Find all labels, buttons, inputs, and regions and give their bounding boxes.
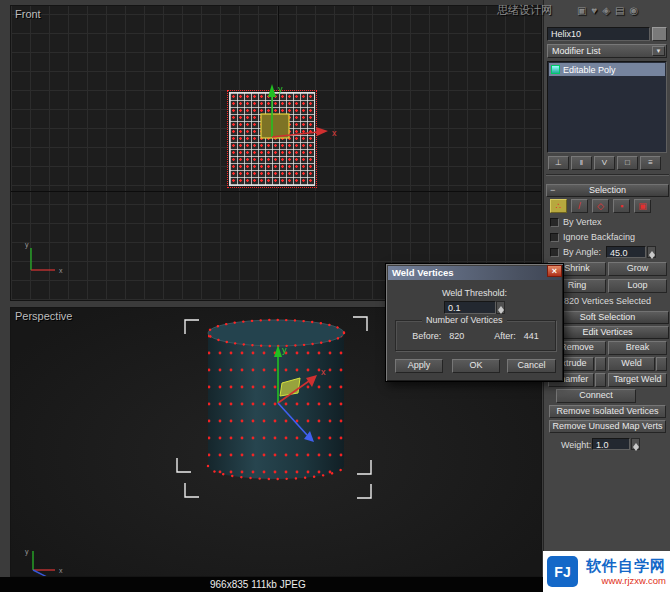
x-axis-label: x — [332, 128, 337, 138]
x-axis-label: x — [321, 367, 326, 377]
front-transform-gizmo[interactable]: y x — [211, 64, 361, 204]
before-value: 820 — [449, 331, 464, 341]
y-axis-label: y — [282, 345, 287, 355]
stack-item-label: Editable Poly — [563, 65, 616, 75]
selection-rollout-title: Selection — [589, 185, 626, 195]
gizmo-x-arrowhead — [316, 127, 328, 136]
by-vertex-checkbox-row[interactable]: By Vertex — [550, 217, 602, 227]
dialog-title-bar[interactable]: Weld Vertices — [388, 266, 561, 280]
after-value: 441 — [524, 331, 539, 341]
by-angle-spinner[interactable] — [647, 246, 656, 258]
object-color-swatch[interactable] — [652, 27, 667, 41]
logo-url-text: www.rjzxw.com — [602, 575, 666, 586]
watermark-icons: ▣♥◈▤◉ — [577, 5, 643, 16]
application-window: Front y x y x Perspective — [0, 0, 670, 592]
ignore-backfacing-checkbox-row[interactable]: Ignore Backfacing — [550, 232, 635, 242]
connect-button[interactable]: Connect — [556, 389, 636, 403]
element-mode-icon[interactable]: ▣ — [634, 199, 651, 213]
gizmo-y-arrowhead — [268, 84, 276, 97]
soft-selection-rollout-header[interactable]: + Soft Selection — [546, 311, 669, 324]
apply-button[interactable]: Apply — [395, 359, 443, 373]
modifier-list-label: Modifier List — [552, 46, 601, 56]
weight-spinner[interactable] — [631, 438, 640, 450]
polygon-mode-icon[interactable]: ▪ — [613, 199, 630, 213]
weight-label: Weight: — [561, 440, 591, 450]
object-name-field[interactable]: Helix10 — [547, 27, 650, 41]
cancel-button[interactable]: Cancel — [507, 359, 556, 373]
cylinder-object: y x — [171, 311, 401, 511]
tripod-y-label: y — [25, 548, 29, 556]
y-axis-label: y — [278, 84, 283, 94]
watermark-site-text: 思绪设计网 — [497, 3, 552, 18]
number-of-vertices-group: Number of Vertices Before: 820 After: 44… — [395, 320, 556, 351]
target-weld-button[interactable]: Target Weld — [608, 373, 667, 387]
edge-mode-icon[interactable]: / — [571, 199, 588, 213]
ok-button[interactable]: OK — [452, 359, 500, 373]
after-label: After: — [494, 331, 516, 341]
cylinder-cap — [208, 320, 344, 346]
status-bar: 966x835 111kb JPEG — [0, 577, 543, 592]
extrude-settings-button[interactable] — [595, 357, 606, 371]
front-axis-tripod: y x — [21, 238, 71, 283]
remove-modifier-button[interactable]: □ — [617, 156, 638, 170]
dialog-title: Weld Vertices — [392, 267, 454, 278]
group-title: Number of Vertices — [422, 315, 507, 325]
modifier-list-dropdown[interactable]: Modifier List ▼ — [547, 44, 667, 58]
selection-rollout-header[interactable]: − Selection — [546, 184, 669, 197]
collapse-icon: − — [550, 185, 555, 196]
watermark-diamond-icon: ◈ — [602, 5, 615, 16]
panel-divider — [546, 174, 669, 176]
stack-item-editable-poly[interactable]: Editable Poly — [549, 63, 665, 76]
grow-button[interactable]: Grow — [608, 262, 667, 276]
make-unique-button[interactable]: V — [594, 156, 615, 170]
front-viewport-label[interactable]: Front — [15, 8, 41, 20]
chevron-down-icon: ▼ — [652, 46, 665, 56]
remove-isolated-vertices-button[interactable]: Remove Isolated Vertices — [549, 405, 666, 418]
gizmo-plane-handle[interactable] — [261, 114, 289, 138]
by-angle-label: By Angle: — [563, 247, 601, 257]
image-info-text: 966x835 111kb JPEG — [210, 579, 306, 590]
perspective-viewport-label[interactable]: Perspective — [15, 310, 72, 322]
weight-value-field[interactable]: 1.0 — [592, 438, 630, 450]
weld-vertices-dialog: Weld Vertices × Weld Threshold: 0.1 Numb… — [385, 263, 564, 382]
weld-threshold-field[interactable]: 0.1 — [444, 301, 496, 314]
tripod-x-label: x — [59, 567, 63, 574]
by-vertex-label: By Vertex — [563, 217, 602, 227]
modifier-stack[interactable]: Editable Poly — [547, 61, 667, 153]
by-angle-checkbox[interactable] — [550, 248, 559, 257]
ignore-backfacing-label: Ignore Backfacing — [563, 232, 635, 242]
weld-threshold-label: Weld Threshold: — [386, 288, 563, 298]
logo-mark-icon: FJ — [547, 556, 578, 587]
show-end-result-button[interactable]: ‖ — [571, 156, 592, 170]
break-button[interactable]: Break — [608, 341, 667, 355]
configure-stack-button[interactable]: ≡ — [640, 156, 661, 170]
ignore-backfacing-checkbox[interactable] — [550, 233, 559, 242]
editable-poly-icon — [551, 65, 560, 74]
weld-button[interactable]: Weld — [608, 357, 655, 371]
pin-stack-button[interactable]: ⊥ — [548, 156, 569, 170]
vertex-mode-icon[interactable]: ∴ — [550, 199, 567, 213]
site-logo: FJ 软件自学网 www.rjzxw.com — [543, 551, 670, 592]
loop-button[interactable]: Loop — [608, 279, 667, 293]
border-mode-icon[interactable]: ◇ — [592, 199, 609, 213]
watermark-lines-icon: ▤ — [615, 5, 629, 16]
close-icon[interactable]: × — [547, 265, 562, 277]
before-label: Before: — [412, 331, 441, 341]
weld-settings-button[interactable] — [656, 357, 667, 371]
perspective-axis-tripod: y x — [21, 546, 71, 577]
soft-selection-rollout-title: Soft Selection — [580, 312, 636, 322]
by-vertex-checkbox[interactable] — [550, 218, 559, 227]
logo-brand-text: 软件自学网 — [586, 557, 666, 575]
chamfer-settings-button[interactable] — [595, 373, 606, 387]
watermark-dot-icon: ◉ — [630, 5, 644, 16]
tripod-y-label: y — [25, 241, 29, 249]
weld-threshold-spinner[interactable] — [496, 301, 505, 314]
watermark-grid-icon: ▣ — [577, 5, 591, 16]
by-angle-value-field[interactable]: 45.0 — [606, 246, 646, 258]
tripod-x-label: x — [59, 267, 63, 274]
edit-vertices-rollout-header[interactable]: − Edit Vertices — [546, 326, 669, 339]
remove-unused-map-verts-button[interactable]: Remove Unused Map Verts — [549, 420, 666, 433]
front-viewport[interactable]: Front y x y x — [10, 5, 542, 301]
watermark-heart-icon: ♥ — [591, 5, 602, 16]
by-angle-checkbox-row[interactable]: By Angle: — [550, 247, 601, 257]
